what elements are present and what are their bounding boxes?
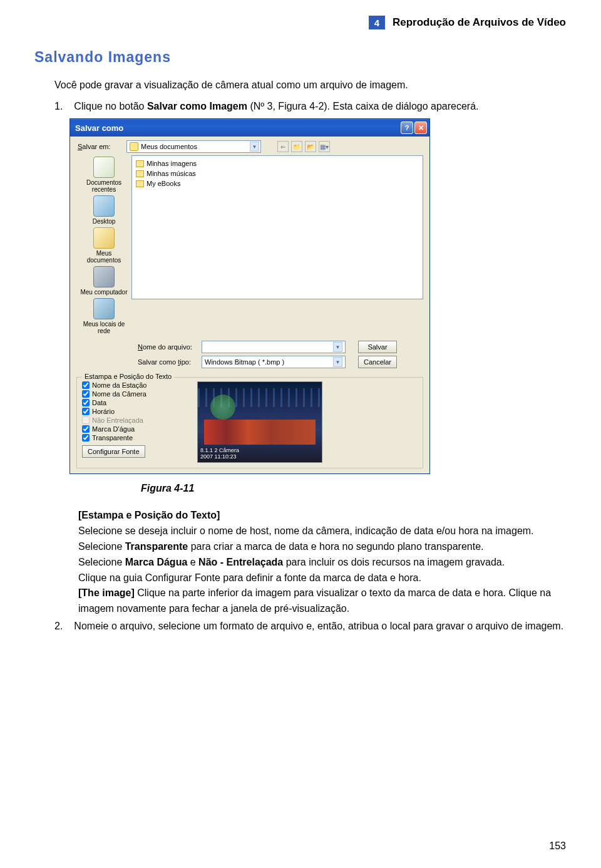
place-mypc[interactable]: Meu computador: [79, 266, 129, 296]
places-bar: Documentos recentes Desktop Meus documen…: [76, 155, 131, 336]
filename-row: Nome do arquivo: ▼ Salvar: [138, 341, 423, 353]
folder-icon: [130, 142, 138, 151]
body-p3: Selecione Marca Dágua e Não - Entrelaçad…: [78, 555, 567, 571]
save-dialog-screenshot: Salvar como ? ✕ Salvar em: Meus document…: [69, 118, 567, 474]
file-list[interactable]: Minhas imagens Minhas músicas My eBooks: [131, 155, 423, 299]
body-p1: Selecione se deseja incluir o nome de ho…: [78, 524, 567, 539]
place-network[interactable]: Meus locais de rede: [79, 298, 129, 334]
section-title: Salvando Imagens: [34, 49, 567, 66]
checkbox-station-name[interactable]: Nome da Estação: [82, 381, 188, 389]
checkbox-column: Nome da Estação Nome da Câmera Data Horá…: [82, 381, 188, 463]
checkbox-watermark[interactable]: Marca D'água: [82, 425, 188, 433]
dialog-main-area: Documentos recentes Desktop Meus documen…: [70, 155, 429, 339]
step-2: 2. Nomeie o arquivo, selecione um format…: [54, 619, 567, 633]
chapter-title: Reprodução de Arquivos de Vídeo: [393, 16, 566, 29]
network-icon: [93, 298, 115, 319]
cancel-button[interactable]: Cancelar: [358, 356, 397, 368]
close-button[interactable]: ✕: [414, 121, 427, 134]
place-recent[interactable]: Documentos recentes: [79, 157, 129, 193]
chapter-badge: 4: [369, 16, 385, 29]
place-desktop[interactable]: Desktop: [79, 195, 129, 225]
filetype-row: Salvar como tipo: Windows Bitmap ( *.bmp…: [138, 356, 423, 368]
thumbnail-decor: [198, 388, 322, 407]
save-as-dialog: Salvar como ? ✕ Salvar em: Meus document…: [69, 118, 430, 474]
new-folder-icon[interactable]: 📂: [305, 141, 316, 152]
stamp-groupbox: Estampa e Posição do Texto Nome da Estaç…: [76, 377, 423, 468]
figure-caption: Figura 4-11: [141, 483, 567, 494]
place-mydocs[interactable]: Meus documentos: [79, 227, 129, 264]
save-in-value: Meus documentos: [141, 143, 247, 150]
step-1-text: Clique no botão Salvar como Imagem (Nº 3…: [74, 100, 567, 113]
filetype-label: Salvar como tipo:: [138, 358, 198, 366]
chevron-down-icon: ▼: [333, 342, 342, 352]
intro-text: Você pode gravar a visualização de câmer…: [54, 80, 567, 91]
filename-label: Nome do arquivo:: [138, 343, 198, 351]
bottom-fields: Nome do arquivo: ▼ Salvar Salvar como ti…: [70, 339, 429, 375]
checkbox-deinterlace: Não Entrelaçada: [82, 416, 188, 424]
step-1: 1. Clique no botão Salvar como Imagem (N…: [54, 100, 567, 113]
mypc-icon: [93, 266, 115, 287]
filetype-dropdown[interactable]: Windows Bitmap ( *.bmp )▼: [202, 356, 346, 368]
folder-icon: [136, 170, 144, 177]
list-item[interactable]: Minhas imagens: [136, 158, 419, 168]
chapter-header: 4 Reprodução de Arquivos de Vídeo: [369, 16, 566, 29]
help-button[interactable]: ?: [401, 121, 413, 134]
recent-docs-icon: [93, 157, 115, 178]
toolbar-icons: ⇐ 📁 📂 ▦▾: [277, 141, 330, 152]
checkbox-date[interactable]: Data: [82, 399, 188, 406]
checkbox-camera-name[interactable]: Nome da Câmera: [82, 390, 188, 398]
save-button[interactable]: Salvar: [358, 341, 397, 353]
filename-input[interactable]: ▼: [202, 341, 346, 353]
checkbox-transparent[interactable]: Transparente: [82, 434, 188, 442]
step-1-number: 1.: [54, 100, 63, 113]
configure-font-button[interactable]: Configurar Fonte: [82, 445, 145, 458]
page-number: 153: [549, 840, 566, 852]
desktop-icon: [93, 195, 115, 217]
save-in-label: Salvar em:: [78, 143, 121, 150]
dialog-title: Salvar como: [75, 123, 399, 133]
body-p4: Clique na guia Configurar Fonte para def…: [78, 571, 567, 586]
body-block: [Estampa e Posição do Texto] Selecione s…: [78, 508, 567, 617]
body-p2: Selecione Transparente para criar a marc…: [78, 539, 567, 555]
checkbox-time[interactable]: Horário: [82, 408, 188, 415]
chevron-down-icon: ▼: [250, 142, 259, 152]
body-p5: [The image] Clique na parte inferior da …: [78, 586, 567, 617]
up-folder-icon[interactable]: 📁: [291, 141, 302, 152]
back-icon[interactable]: ⇐: [277, 141, 289, 152]
groupbox-legend: Estampa e Posição do Texto: [82, 373, 174, 380]
save-in-row: Salvar em: Meus documentos ▼ ⇐ 📁 📂 ▦▾: [70, 137, 429, 155]
step-2-number: 2.: [54, 619, 63, 633]
chevron-down-icon: ▼: [333, 357, 342, 367]
view-menu-icon[interactable]: ▦▾: [319, 141, 330, 152]
body-heading: [Estampa e Posição do Texto]: [78, 510, 220, 520]
list-item[interactable]: Minhas músicas: [136, 168, 419, 178]
list-item[interactable]: My eBooks: [136, 178, 419, 189]
titlebar: Salvar como ? ✕: [70, 119, 429, 137]
save-in-dropdown[interactable]: Meus documentos ▼: [126, 140, 261, 153]
thumbnail-timestamp: 8.1.1 2 Câmera 2007 11:10:23: [200, 447, 239, 460]
folder-icon: [136, 160, 144, 167]
preview-thumbnail[interactable]: 8.1.1 2 Câmera 2007 11:10:23: [197, 381, 322, 463]
folder-icon: [136, 180, 144, 187]
step-2-text: Nomeie o arquivo, selecione um formato d…: [74, 619, 567, 633]
mydocs-icon: [93, 227, 115, 249]
